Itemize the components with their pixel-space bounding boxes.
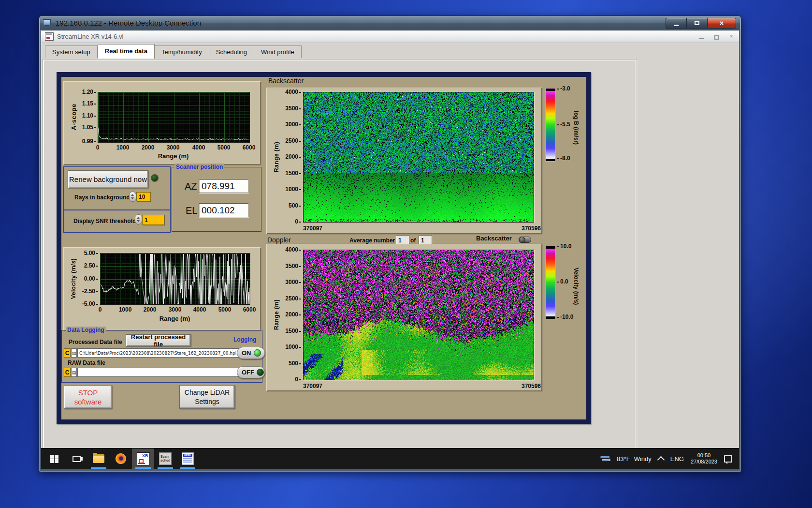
ascope-xtick: 2000	[139, 144, 157, 151]
tab-bar: System setup Real time data Temp/humidit…	[45, 45, 302, 59]
taskbar-clock[interactable]: 00:50 27/08/2023	[691, 452, 717, 465]
language-indicator[interactable]: ENG	[670, 455, 684, 463]
window-controls: ×	[666, 18, 736, 29]
system-tray: 83°F Windy ENG 00:50 27/08/2023	[600, 452, 739, 465]
backscatter-graph: Range (m) 4000 3500 3000 2500 2000 1500 …	[266, 88, 542, 234]
task-view-icon	[72, 456, 81, 462]
firefox-button[interactable]	[110, 448, 132, 469]
velocity-xtick: 3000	[166, 306, 184, 313]
backscatter-cb-max: -3.0	[557, 85, 570, 92]
snr-threshold-box: Display SNR threshold 1	[63, 209, 171, 233]
processed-path-field[interactable]: C:\Lidar\Data\Proc\2023\202308\20230827\…	[77, 348, 239, 358]
close-button[interactable]: ×	[707, 18, 736, 29]
folder-icon	[93, 454, 104, 463]
velocity-ylabel: Velocity (m/s)	[70, 253, 77, 304]
task-view-button[interactable]	[65, 448, 87, 469]
rays-in-background-stepper[interactable]	[129, 192, 136, 202]
doppler-cb-min: -10.0	[557, 314, 573, 320]
taskbar-temperature[interactable]: 83°F	[617, 455, 630, 463]
tab-wind-profile[interactable]: Wind profile	[254, 45, 302, 58]
minimize-icon	[674, 25, 679, 26]
tab-system-setup[interactable]: System setup	[45, 45, 98, 58]
background-controls-box: Renew background now Rays in background …	[63, 166, 171, 210]
processed-browse-icon[interactable]: ▤	[71, 348, 77, 358]
doppler-ytick: 1500	[284, 328, 301, 334]
raw-logging-off-button[interactable]: OFF	[237, 366, 265, 378]
raw-path-field[interactable]	[77, 368, 239, 377]
streamline-xr-button[interactable]: XR	[132, 448, 154, 469]
scan-scheduler-button[interactable]: Scan sched	[154, 448, 176, 469]
rdp-titlebar[interactable]: 192.168.0.122 - Remote Desktop Connectio…	[40, 16, 740, 30]
backscatter-ytick: 4000	[284, 89, 301, 95]
backscatter-toggle-switch[interactable]	[519, 237, 531, 243]
vi-minimize-button[interactable]	[699, 38, 704, 39]
vi-restore-button[interactable]	[714, 35, 719, 40]
ascope-xtick: 4000	[190, 144, 207, 151]
backscatter-toggle-label: Backscatter	[476, 235, 512, 242]
change-lidar-settings-button[interactable]: Change LiDAR Settings	[179, 385, 235, 409]
tab-temp-humidity[interactable]: Temp/humidity	[155, 45, 209, 58]
change-line2: Settings	[195, 397, 219, 406]
notification-center-icon[interactable]	[724, 455, 732, 463]
processed-drive-box[interactable]: C	[64, 348, 71, 358]
renew-background-led	[151, 174, 159, 182]
doppler-colorbar	[545, 246, 556, 319]
snr-threshold-value[interactable]: 1	[142, 215, 164, 225]
tab-real-time-data[interactable]: Real time data	[98, 44, 155, 59]
weather-wind-icon[interactable]	[600, 455, 610, 462]
rdp-window-title: 192.168.0.122 - Remote Desktop Connectio…	[56, 19, 201, 27]
doppler-plot-area	[303, 250, 534, 380]
file-explorer-button[interactable]	[87, 448, 110, 469]
velocity-ytick: 0.00	[79, 275, 98, 282]
processed-logging-on-button[interactable]: ON	[237, 347, 265, 359]
desktop-background: 192.168.0.122 - Remote Desktop Connectio…	[0, 0, 812, 508]
vi-close-button[interactable]: ×	[729, 33, 733, 40]
backscatter-ytick: 3500	[284, 105, 301, 112]
doppler-time-start: 370097	[303, 383, 322, 389]
doppler-ytick: 0	[284, 376, 301, 383]
backscatter-ytick: 2500	[284, 137, 301, 144]
rays-in-background-value[interactable]: 10	[136, 192, 151, 201]
average-number-label: Average number	[349, 237, 395, 244]
doppler-cb-label: Velocity (m/s)	[573, 250, 580, 323]
stop-line1: STOP	[78, 388, 98, 397]
backscatter-cb-min: -8.0	[557, 155, 570, 162]
taskbar-time: 00:50	[691, 452, 717, 459]
data-logging-box: Data Logging Processed Data file Restart…	[61, 330, 262, 383]
backscatter-ylabel: Range (m)	[273, 92, 280, 222]
running-indicator	[135, 467, 151, 469]
processed-data-file-label: Processed Data file	[69, 339, 122, 345]
renew-background-button[interactable]: Renew background now	[68, 170, 148, 188]
raw-browse-icon[interactable]: ▤	[71, 368, 77, 377]
geek-app-button[interactable]: GEEK	[176, 448, 199, 469]
velocity-plot-area	[100, 253, 250, 305]
front-panel: A-scope 1.20 1.15 1.10 1.05 0.99 0 1000 …	[61, 77, 586, 419]
tray-chevron-up-icon[interactable]	[657, 456, 665, 463]
restart-processed-file-button[interactable]: Restart processed file	[126, 334, 191, 346]
backscatter-cb-label: log B (/m/sr)	[573, 91, 580, 164]
start-button[interactable]	[43, 448, 65, 469]
raw-data-file-label: RAW Data file	[68, 359, 105, 366]
maximize-button[interactable]	[686, 18, 707, 29]
velocity-xtick: 1000	[116, 306, 134, 313]
xr-badge: XR	[142, 453, 148, 458]
raw-drive-box[interactable]: C	[64, 368, 71, 377]
data-logging-title: Data Logging	[66, 327, 106, 333]
snr-threshold-stepper[interactable]	[135, 214, 142, 224]
velocity-xtick: 5000	[216, 306, 233, 313]
taskbar-date: 27/08/2023	[691, 459, 717, 465]
taskbar-weather[interactable]: Windy	[634, 455, 652, 463]
backscatter-time-start: 370097	[303, 225, 322, 232]
off-label: OFF	[242, 369, 254, 376]
velocity-ytick: 2.50	[79, 262, 98, 269]
minimize-button[interactable]	[666, 18, 686, 29]
real-time-data-page: A-scope 1.20 1.15 1.10 1.05 0.99 0 1000 …	[43, 60, 637, 456]
tab-scheduling[interactable]: Scheduling	[209, 45, 254, 58]
ascope-xlabel: Range (m)	[98, 152, 249, 160]
ascope-xtick: 3000	[164, 144, 182, 151]
labview-vi-icon	[45, 32, 54, 41]
el-label: EL	[186, 205, 197, 216]
running-indicator	[91, 467, 106, 469]
vi-titlebar[interactable]: StreamLine XR v14-6.vi ×	[41, 30, 739, 43]
stop-software-button[interactable]: STOP software	[64, 385, 112, 409]
